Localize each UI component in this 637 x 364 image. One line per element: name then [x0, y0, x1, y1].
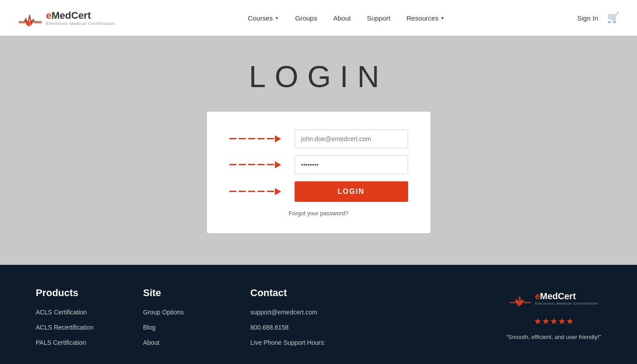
sign-in-link[interactable]: Sign In	[577, 14, 598, 22]
footer-brand-text: eMedCert Electronic Medical Certificatio…	[535, 291, 598, 305]
footer-products-col: Products ACLS Certification ACLS Recerti…	[36, 287, 107, 346]
nav-resources[interactable]: Resources ▼	[406, 14, 445, 22]
password-input[interactable]	[295, 155, 408, 174]
email-arrow-decoration	[229, 135, 287, 142]
site-footer: Products ACLS Certification ACLS Recerti…	[0, 265, 637, 364]
login-button[interactable]: LOGIN	[295, 181, 408, 202]
star-rating: ★★★★★	[534, 316, 574, 326]
logo-icon	[18, 6, 42, 30]
footer-logo: eMedCert Electronic Medical Certificatio…	[509, 287, 598, 310]
testimonial-text: "Smooth, efficient, and user friendly!"	[506, 333, 601, 342]
footer-link-group-options[interactable]: Group Options	[143, 309, 215, 316]
footer-link-acls-recert[interactable]: ACLS Recertification	[36, 324, 107, 331]
main-nav: Courses ▼ Groups About Support Resources…	[248, 14, 445, 22]
footer-site-col: Site Group Options Blog About	[143, 287, 215, 346]
footer-products-heading: Products	[36, 287, 107, 299]
footer-logo-subtitle: Electronic Medical Certification	[535, 301, 598, 305]
site-header: eMedCert Electronic Medical Certificatio…	[0, 0, 637, 36]
footer-link-about[interactable]: About	[143, 339, 215, 346]
nav-support[interactable]: Support	[367, 14, 391, 22]
nav-groups[interactable]: Groups	[295, 14, 317, 22]
footer-brand-col: eMedCert Electronic Medical Certificatio…	[506, 287, 601, 346]
courses-dropdown-icon: ▼	[274, 16, 279, 21]
forgot-password-link[interactable]: Forgot your password?	[289, 210, 348, 217]
login-card: LOGIN Forgot your password?	[207, 112, 430, 233]
footer-logo-icon	[509, 287, 532, 310]
main-content: LOGIN	[0, 36, 637, 265]
login-arrow-decoration	[229, 188, 287, 195]
page-title: LOGIN	[249, 59, 388, 94]
email-row	[229, 130, 408, 148]
footer-hours-label: Live Phone Support Hours:	[250, 339, 325, 346]
footer-phone-link[interactable]: 800.688.6158	[250, 324, 325, 331]
footer-contact-heading: Contact	[250, 287, 325, 299]
email-input[interactable]	[295, 130, 408, 148]
footer-link-pals-cert[interactable]: PALS Certification	[36, 339, 107, 346]
footer-email-link[interactable]: support@emedcert.com	[250, 309, 325, 316]
header-right: Sign In 🛒	[577, 12, 619, 24]
forgot-password-row: Forgot your password?	[229, 209, 408, 217]
resources-dropdown-icon: ▼	[440, 16, 445, 21]
footer-site-heading: Site	[143, 287, 215, 299]
nav-courses[interactable]: Courses ▼	[248, 14, 279, 22]
login-btn-row: LOGIN	[229, 181, 408, 202]
footer-logo-name: eMedCert	[535, 291, 598, 301]
logo-text: eMedCert Electronic Medical Certificatio…	[46, 10, 115, 26]
footer-contact-col: Contact support@emedcert.com 800.688.615…	[250, 287, 325, 346]
footer-link-acls-cert[interactable]: ACLS Certification	[36, 309, 107, 316]
password-arrow-decoration	[229, 161, 287, 168]
logo-name: eMedCert	[46, 10, 115, 21]
cart-icon[interactable]: 🛒	[607, 12, 619, 24]
nav-about[interactable]: About	[333, 14, 350, 22]
logo[interactable]: eMedCert Electronic Medical Certificatio…	[18, 6, 115, 30]
logo-subtitle: Electronic Medical Certification	[46, 21, 115, 26]
password-row	[229, 155, 408, 174]
footer-link-blog[interactable]: Blog	[143, 324, 215, 331]
